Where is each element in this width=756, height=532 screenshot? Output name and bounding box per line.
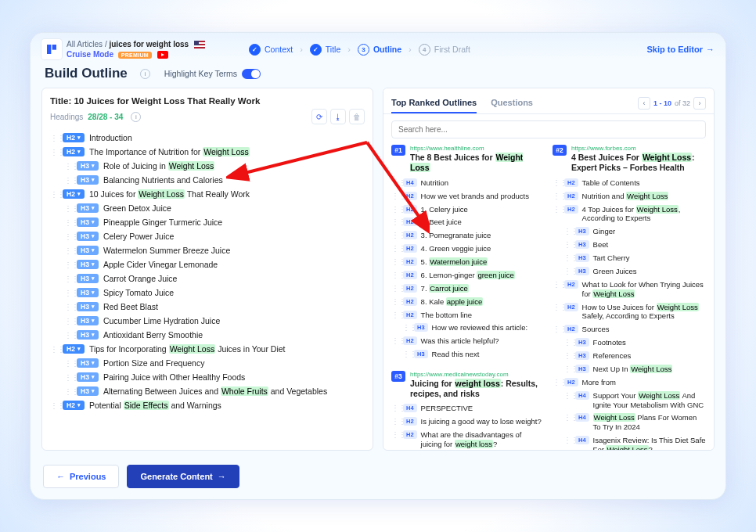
heading-level-chip[interactable]: H3▾	[77, 161, 99, 171]
step-first-draft[interactable]: 4First Draft	[419, 44, 470, 56]
drag-handle-icon[interactable]: ⋮⋮	[391, 417, 399, 426]
ranked-row[interactable]: ⋮⋮ H2 4. Green veggie juice	[391, 243, 545, 256]
drag-handle-icon[interactable]: ⋮⋮	[64, 303, 72, 311]
drag-handle-icon[interactable]: ⋮⋮	[391, 271, 399, 279]
outline-row[interactable]: ⋮⋮ H2▾ Potential Side Effects and Warnin…	[50, 398, 365, 412]
generate-content-button[interactable]: Generate Content →	[127, 465, 239, 488]
ranked-row[interactable]: ⋮⋮ H2 The bottom line	[391, 308, 545, 322]
step-context[interactable]: ✓Context	[249, 44, 293, 56]
ranked-row[interactable]: ⋮⋮ H2 What are the disadvantages of juic…	[391, 429, 545, 451]
drag-handle-icon[interactable]: ⋮⋮	[391, 244, 399, 253]
ranked-row[interactable]: ⋮⋮ H2 Was this article helpful?	[391, 335, 545, 348]
drag-handle-icon[interactable]: ⋮⋮	[563, 338, 571, 347]
heading-level-chip[interactable]: H3▾	[77, 288, 99, 297]
ranked-row[interactable]: ⋮⋮ H2 How to Use Juices for Weight Loss …	[553, 300, 706, 323]
heading-level-chip[interactable]: H3▾	[77, 330, 99, 340]
outline-row[interactable]: ⋮⋮ H3▾ Red Beet Blast	[50, 300, 365, 314]
drag-handle-icon[interactable]: ⋮⋮	[553, 378, 560, 386]
outline-row[interactable]: ⋮⋮ H3▾ Balancing Nutrients and Calories	[50, 173, 365, 187]
outline-row[interactable]: ⋮⋮ H3▾ Green Detox Juice	[50, 201, 365, 215]
refresh-button[interactable]: ⟳	[311, 109, 327, 124]
outline-row[interactable]: ⋮⋮ H3▾ Antioxidant Berry Smoothie	[50, 328, 365, 342]
ranked-row[interactable]: ⋮⋮ H2 3. Pomegranate juice	[391, 229, 545, 243]
drag-handle-icon[interactable]: ⋮⋮	[391, 192, 399, 200]
heading-level-chip[interactable]: H2▾	[63, 147, 85, 156]
heading-level-chip[interactable]: H3▾	[77, 260, 99, 269]
page-prev-button[interactable]: ‹	[638, 97, 650, 110]
drag-handle-icon[interactable]: ⋮⋮	[563, 253, 571, 262]
ranked-row[interactable]: ⋮⋮ H2 More from	[553, 376, 706, 389]
drag-handle-icon[interactable]: ⋮⋮	[50, 190, 58, 199]
heading-level-chip[interactable]: H3▾	[77, 358, 99, 368]
youtube-icon[interactable]	[157, 51, 168, 59]
app-logo[interactable]	[41, 39, 62, 59]
drag-handle-icon[interactable]: ⋮⋮	[64, 275, 72, 283]
toggle-switch-icon[interactable]	[242, 69, 261, 79]
heading-level-chip[interactable]: H2▾	[63, 133, 85, 142]
ranked-row[interactable]: ⋮⋮ H3 Next Up In Weight Loss	[563, 362, 706, 376]
ranked-row[interactable]: ⋮⋮ H3 Tart Cherry	[563, 252, 706, 265]
outline-row[interactable]: ⋮⋮ H3▾ Alternating Between Juices and Wh…	[50, 384, 365, 398]
drag-handle-icon[interactable]: ⋮⋮	[563, 413, 571, 422]
heading-level-chip[interactable]: H3▾	[77, 316, 99, 325]
outline-row[interactable]: ⋮⋮ H2▾ Introduction	[50, 131, 365, 145]
heading-level-chip[interactable]: H2▾	[63, 401, 85, 410]
drag-handle-icon[interactable]: ⋮⋮	[64, 176, 72, 185]
outline-row[interactable]: ⋮⋮ H3▾ Watermelon Summer Breeze Juice	[50, 243, 365, 257]
drag-handle-icon[interactable]: ⋮⋮	[50, 148, 58, 156]
drag-handle-icon[interactable]: ⋮⋮	[64, 331, 72, 340]
ranked-row[interactable]: ⋮⋮ H3 References	[563, 350, 706, 363]
drag-handle-icon[interactable]: ⋮⋮	[64, 218, 72, 227]
drag-handle-icon[interactable]: ⋮⋮	[391, 336, 399, 345]
drag-handle-icon[interactable]: ⋮⋮	[391, 430, 399, 439]
drag-handle-icon[interactable]: ⋮⋮	[391, 257, 399, 266]
drag-handle-icon[interactable]: ⋮⋮	[391, 404, 399, 412]
drag-handle-icon[interactable]: ⋮⋮	[553, 192, 560, 200]
outline-row[interactable]: ⋮⋮ H2▾ Tips for Incorporating Weight Los…	[50, 342, 365, 356]
step-outline[interactable]: 3Outline	[358, 44, 401, 56]
heading-level-chip[interactable]: H3▾	[77, 386, 99, 396]
drag-handle-icon[interactable]: ⋮⋮	[553, 205, 560, 214]
ranked-row[interactable]: ⋮⋮ H3 Ginger	[563, 225, 706, 239]
outline-row[interactable]: ⋮⋮ H3▾ Apple Cider Vinegar Lemonade	[50, 257, 365, 271]
ranked-row[interactable]: ⋮⋮ H2 4 Top Juices for Weight Loss, Acco…	[553, 203, 706, 225]
heading-level-chip[interactable]: H3▾	[77, 175, 99, 185]
outline-row[interactable]: ⋮⋮ H3▾ Celery Power Juice	[50, 229, 365, 243]
ranked-row[interactable]: ⋮⋮ H3 How we reviewed this article:	[402, 322, 545, 335]
drag-handle-icon[interactable]: ⋮⋮	[64, 246, 72, 255]
outline-row[interactable]: ⋮⋮ H3▾ Pairing Juice with Other Healthy …	[50, 370, 365, 384]
ranked-row[interactable]: ⋮⋮ H2 Nutrition and Weight Loss	[553, 189, 706, 203]
ranked-row[interactable]: ⋮⋮ H3 Beet	[563, 239, 706, 252]
drag-handle-icon[interactable]: ⋮⋮	[563, 351, 571, 360]
ranked-url[interactable]: https://www.forbes.com	[571, 145, 706, 152]
ranked-row[interactable]: ⋮⋮ H2 Is juicing a good way to lose weig…	[391, 415, 545, 429]
tab-top-ranked[interactable]: Top Ranked Outlines	[391, 93, 477, 113]
heading-level-chip[interactable]: H3▾	[77, 246, 99, 255]
ranked-row[interactable]: ⋮⋮ H2 Table of Contents	[553, 176, 706, 189]
ranked-row[interactable]: ⋮⋮ H4 Support Your Weight Loss And Ignit…	[563, 389, 706, 412]
drag-handle-icon[interactable]: ⋮⋮	[563, 227, 571, 235]
drag-handle-icon[interactable]: ⋮⋮	[50, 345, 58, 354]
tab-questions[interactable]: Questions	[491, 93, 533, 113]
drag-handle-icon[interactable]: ⋮⋮	[50, 401, 58, 410]
drag-handle-icon[interactable]: ⋮⋮	[402, 350, 410, 358]
drag-handle-icon[interactable]: ⋮⋮	[391, 178, 399, 187]
ranked-row[interactable]: ⋮⋮ H2 5. Watermelon juice	[391, 256, 545, 269]
heading-level-chip[interactable]: H3▾	[77, 203, 99, 213]
drag-handle-icon[interactable]: ⋮⋮	[64, 387, 72, 396]
ranked-row[interactable]: ⋮⋮ H3 Read this next	[402, 348, 545, 361]
ranked-row[interactable]: ⋮⋮ H2 8. Kale apple juice	[391, 295, 545, 308]
heading-level-chip[interactable]: H3▾	[77, 302, 99, 311]
drag-handle-icon[interactable]: ⋮⋮	[391, 205, 399, 214]
drag-handle-icon[interactable]: ⋮⋮	[64, 261, 72, 269]
ranked-row[interactable]: ⋮⋮ H2 7. Carrot juice	[391, 282, 545, 295]
download-button[interactable]: ⭳	[330, 109, 346, 124]
drag-handle-icon[interactable]: ⋮⋮	[553, 325, 560, 333]
highlight-terms-toggle[interactable]: Highlight Key Terms	[164, 69, 261, 79]
heading-level-chip[interactable]: H2▾	[63, 189, 85, 199]
drag-handle-icon[interactable]: ⋮⋮	[64, 232, 72, 241]
info-icon[interactable]: i	[140, 69, 150, 79]
heading-level-chip[interactable]: H3▾	[77, 232, 99, 241]
drag-handle-icon[interactable]: ⋮⋮	[391, 297, 399, 306]
outline-row[interactable]: ⋮⋮ H3▾ Spicy Tomato Juice	[50, 286, 365, 300]
